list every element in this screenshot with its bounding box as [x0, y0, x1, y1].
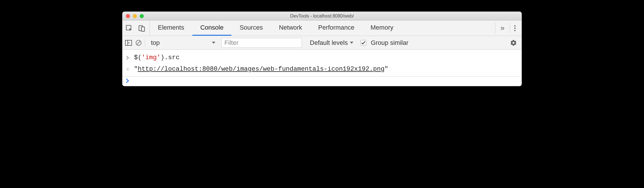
caret-down-icon — [212, 41, 216, 44]
group-similar-checkbox[interactable] — [361, 40, 366, 46]
tab-label: Performance — [318, 24, 354, 31]
tab-label: Console — [200, 24, 224, 31]
devtools-window: DevTools - localhost:8080/web/ Elements … — [122, 11, 522, 86]
tab-memory[interactable]: Memory — [363, 20, 401, 36]
caret-down-icon — [350, 41, 354, 44]
group-similar-label: Group similar — [371, 39, 409, 47]
tab-label: Network — [279, 24, 302, 31]
titlebar: DevTools - localhost:8080/web/ — [122, 12, 522, 20]
settings-menu-button[interactable] — [510, 25, 520, 31]
filter-input[interactable] — [221, 38, 302, 48]
tab-performance[interactable]: Performance — [310, 20, 363, 36]
window-controls — [122, 14, 144, 18]
panel-tabbar: Elements Console Sources Network Perform… — [122, 20, 522, 36]
tab-console[interactable]: Console — [192, 20, 232, 36]
more-tabs-button[interactable]: » — [495, 23, 510, 33]
device-toolbar-icon[interactable] — [138, 24, 145, 32]
level-value: Default levels — [310, 39, 348, 47]
tab-network[interactable]: Network — [271, 20, 310, 36]
console-settings-icon[interactable] — [508, 39, 519, 46]
clear-console-icon[interactable] — [135, 39, 142, 46]
chevrons-icon: » — [501, 24, 505, 32]
console-output: $('img').src "http://localhost:8080/web/… — [122, 50, 522, 76]
svg-point-4 — [514, 27, 516, 29]
separator — [145, 39, 145, 47]
execution-context-select[interactable]: top — [148, 39, 218, 47]
maximize-window-button[interactable] — [140, 14, 144, 18]
tab-label: Sources — [239, 24, 263, 31]
console-sidebar-toggle-icon[interactable] — [125, 39, 132, 46]
code-prop: .src — [164, 54, 180, 61]
quote-close: " — [384, 66, 388, 73]
tab-label: Elements — [158, 24, 184, 31]
code-paren-open: ( — [138, 54, 141, 61]
tabbar-right: » — [493, 20, 522, 36]
close-window-button[interactable] — [126, 14, 130, 18]
tab-sources[interactable]: Sources — [231, 20, 271, 36]
prompt-chevron-icon — [126, 78, 132, 83]
panel-tabs: Elements Console Sources Network Perform… — [150, 20, 401, 36]
svg-line-9 — [137, 41, 140, 45]
code-paren-close: ) — [160, 54, 164, 61]
window-title: DevTools - localhost:8080/web/ — [122, 14, 522, 19]
console-input-code: $('img').src — [134, 52, 179, 64]
tab-elements[interactable]: Elements — [150, 20, 192, 36]
svg-point-10 — [129, 69, 130, 70]
inspect-controls — [122, 20, 150, 36]
kebab-icon — [514, 25, 516, 31]
console-input-row: $('img').src — [122, 52, 522, 64]
tab-label: Memory — [371, 24, 393, 31]
input-chevron-icon — [126, 56, 132, 60]
svg-point-5 — [514, 30, 516, 31]
console-prompt-row[interactable] — [122, 76, 522, 86]
svg-point-3 — [514, 25, 516, 26]
context-value: top — [151, 39, 160, 47]
output-chevron-icon — [126, 67, 132, 71]
console-output-row: "http://localhost:8080/web/images/web-fu… — [122, 64, 522, 75]
svg-rect-2 — [141, 27, 145, 31]
output-url-link[interactable]: http://localhost:8080/web/images/web-fun… — [138, 66, 384, 73]
quote-open: " — [134, 66, 138, 73]
code-string: 'img' — [141, 54, 160, 61]
log-level-select[interactable]: Default levels — [310, 39, 354, 47]
minimize-window-button[interactable] — [133, 14, 137, 18]
inspect-element-icon[interactable] — [125, 24, 133, 32]
console-output-value: "http://localhost:8080/web/images/web-fu… — [134, 64, 388, 75]
console-toolbar: top Default levels Group similar — [122, 36, 522, 50]
code-fn: $ — [134, 54, 138, 61]
